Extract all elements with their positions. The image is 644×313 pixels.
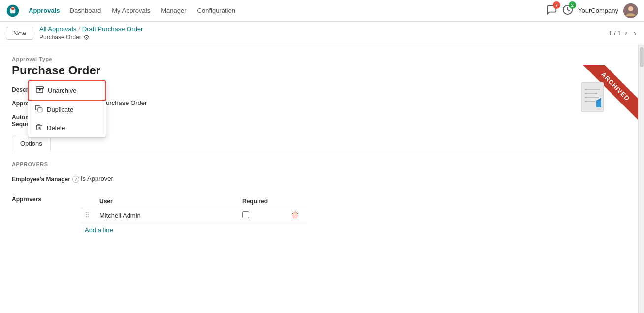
approval-type-value: Create Purchase Order — [81, 99, 626, 106]
nav-dashboard[interactable]: Dashboard — [65, 4, 106, 17]
svg-rect-12 — [36, 87, 44, 88]
record-title-text: Purchase Order — [39, 34, 81, 41]
app-logo[interactable] — [6, 4, 20, 18]
gear-icon[interactable]: ⚙ — [83, 34, 90, 41]
topbar: Approvals Dashboard My Approvals Manager… — [0, 0, 644, 22]
unarchive-icon — [36, 86, 44, 95]
dropdown-delete-item[interactable]: Delete — [28, 119, 106, 137]
svg-rect-8 — [585, 97, 599, 98]
company-name[interactable]: YourCompany — [578, 7, 618, 14]
required-col-header: Required — [238, 195, 288, 208]
form-title: Purchase Order — [12, 64, 626, 77]
required-cell — [238, 208, 288, 223]
tab-options[interactable]: Options — [12, 136, 51, 151]
employee-manager-row: Employee's Manager ? Is Approver — [12, 175, 626, 183]
delete-icon — [35, 123, 43, 133]
automated-sequence-checkbox-cell — [81, 113, 626, 121]
nav-approvals[interactable]: Approvals — [24, 4, 65, 17]
delete-row-button[interactable]: 🗑 — [291, 211, 299, 220]
employee-manager-value: Is Approver — [81, 175, 626, 182]
user-cell[interactable]: Mitchell Admin — [96, 208, 238, 223]
delete-cell: 🗑 — [288, 208, 307, 223]
svg-point-4 — [628, 6, 633, 11]
table-row: ⠿ Mitchell Admin 🗑 — [81, 208, 307, 223]
new-button[interactable]: New — [6, 27, 33, 40]
breadcrumb-all-approvals[interactable]: All Approvals — [39, 25, 76, 33]
approvers-table-header-row: User Required — [81, 195, 307, 208]
pagination-text: 1 / 1 — [609, 30, 621, 37]
required-checkbox[interactable] — [242, 211, 249, 218]
tabs-row: Options — [12, 136, 626, 151]
drag-cell: ⠿ — [81, 208, 96, 223]
approvers-heading: APPROVERS — [12, 161, 626, 167]
nav-my-approvals[interactable]: My Approvals — [107, 4, 155, 17]
approvers-table-wrapper: User Required ⠿ Mitchell Admin — [81, 195, 307, 237]
breadcrumb: All Approvals / Draft Purchase Order — [39, 25, 143, 33]
pagination: 1 / 1 ‹ › — [609, 28, 638, 39]
dropdown-duplicate-item[interactable]: Duplicate — [28, 101, 106, 119]
nav-manager[interactable]: Manager — [156, 4, 191, 17]
svg-rect-14 — [38, 108, 42, 112]
subheader: New All Approvals / Draft Purchase Order… — [0, 22, 644, 45]
notification-badge: 7 — [553, 1, 560, 9]
nav-configuration[interactable]: Configuration — [193, 4, 240, 17]
duplicate-icon — [35, 105, 43, 114]
main-content: ARCHIVED Approval Type Purchase Order De… — [0, 45, 644, 313]
approval-type-section-label: Approval Type — [12, 55, 626, 63]
approvers-table-section: Approvers User Required — [12, 195, 626, 237]
unarchive-label: Unarchive — [48, 87, 77, 94]
scrollbar-track[interactable] — [638, 45, 644, 313]
clock-badge: 2 — [569, 1, 576, 9]
main-nav: Dashboard My Approvals Manager Configura… — [65, 4, 547, 17]
user-col-header: User — [96, 195, 238, 208]
dropdown-unarchive-item[interactable]: Unarchive — [28, 80, 106, 101]
drag-col-header — [81, 195, 96, 208]
record-title-row: Purchase Order ⚙ — [39, 34, 143, 41]
drag-handle-icon[interactable]: ⠿ — [85, 211, 90, 219]
notifications-button[interactable]: 7 — [547, 4, 557, 17]
topbar-right: 7 2 YourCompany — [547, 3, 638, 18]
duplicate-label: Duplicate — [47, 106, 73, 113]
actions-col-header — [288, 195, 307, 208]
approvers-table: User Required ⠿ Mitchell Admin — [81, 195, 307, 223]
approvers-field-label: Approvers — [12, 195, 81, 203]
next-button[interactable]: › — [632, 28, 638, 39]
dropdown-menu: Unarchive Duplicate Delete — [28, 80, 106, 138]
delete-label: Delete — [47, 124, 65, 132]
user-avatar[interactable] — [623, 3, 638, 18]
approvers-label-row: Approvers User Required — [12, 195, 626, 237]
employee-manager-label: Employee's Manager ? — [12, 175, 81, 183]
breadcrumb-separator: / — [78, 25, 80, 33]
add-line-button[interactable]: Add a line — [81, 223, 117, 237]
approval-type-label: Approval Type — [12, 56, 52, 62]
breadcrumb-draft-purchase-order[interactable]: Draft Purchase Order — [82, 25, 143, 33]
scrollbar-thumb[interactable] — [640, 47, 644, 67]
prev-button[interactable]: ‹ — [623, 28, 629, 39]
clock-button[interactable]: 2 — [562, 4, 573, 17]
employee-manager-help-icon[interactable]: ? — [72, 176, 79, 183]
